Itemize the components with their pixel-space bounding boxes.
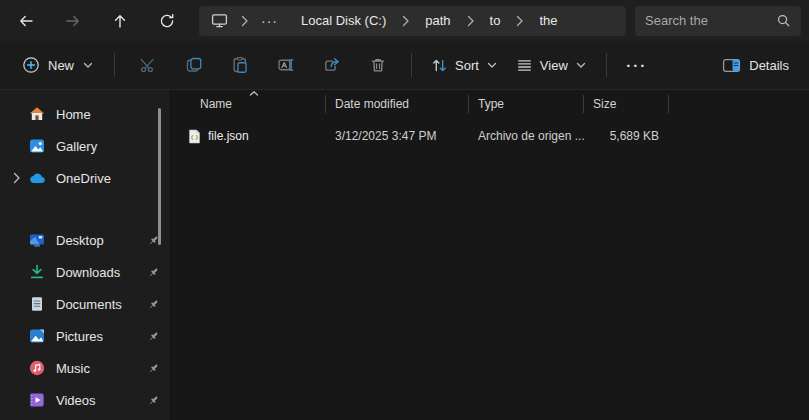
delete-button[interactable]	[355, 47, 401, 83]
music-icon	[28, 359, 46, 377]
breadcrumb-path[interactable]: path	[422, 12, 453, 29]
chevron-expand-icon[interactable]	[4, 172, 28, 184]
cut-button[interactable]	[125, 47, 171, 83]
onedrive-icon	[28, 169, 46, 187]
file-list-pane: Name Date modified Type Size	[171, 90, 809, 420]
address-bar[interactable]: ··· Local Disk (C:) path to the	[199, 6, 626, 36]
chevron-down-icon	[486, 59, 498, 71]
up-button[interactable]	[100, 4, 140, 38]
trash-icon	[369, 56, 387, 74]
pin-icon	[140, 394, 166, 407]
pictures-icon	[28, 327, 46, 345]
file-type: Archivo de origen ...	[469, 129, 584, 143]
videos-icon	[28, 391, 46, 409]
toolbar-separator	[411, 53, 412, 77]
sidebar-item-documents[interactable]: Documents	[4, 288, 166, 320]
collapsed-path-button[interactable]: ···	[261, 13, 278, 29]
share-icon	[323, 56, 341, 74]
desktop-icon	[28, 231, 46, 249]
pin-icon	[140, 330, 166, 343]
column-header-row: Name Date modified Type Size	[171, 90, 809, 118]
paste-button[interactable]	[217, 47, 263, 83]
command-bar: New	[0, 41, 809, 90]
arrow-left-icon	[18, 13, 34, 29]
chevron-right-icon	[515, 15, 524, 27]
gallery-icon	[28, 137, 46, 155]
documents-icon	[28, 295, 46, 313]
plus-circle-icon	[22, 56, 40, 74]
chevron-right-icon	[401, 15, 410, 27]
file-date-modified: 3/12/2025 3:47 PM	[326, 129, 469, 143]
copy-button[interactable]	[171, 47, 217, 83]
breadcrumb-to[interactable]: to	[487, 12, 504, 29]
sidebar-item-music[interactable]: Music	[4, 352, 166, 384]
sidebar-item-gallery[interactable]: Gallery	[4, 130, 166, 162]
chevron-down-icon	[82, 59, 94, 71]
navigation-pane: Home Gallery OneDrive	[0, 90, 171, 420]
sort-button[interactable]: Sort	[422, 47, 507, 83]
file-name: file.json	[208, 129, 249, 143]
sidebar-item-pictures[interactable]: Pictures	[4, 320, 166, 352]
column-header-date-modified[interactable]: Date modified	[326, 90, 469, 118]
copy-icon	[185, 56, 203, 74]
details-pane-icon	[722, 57, 741, 74]
arrow-right-icon	[65, 13, 81, 29]
navigation-bar: ··· Local Disk (C:) path to the	[0, 0, 809, 41]
pin-icon	[140, 298, 166, 311]
toolbar-separator	[114, 53, 115, 77]
sidebar-item-videos[interactable]: Videos	[4, 384, 166, 416]
more-options-button[interactable]: ···	[617, 47, 657, 83]
share-button[interactable]	[309, 47, 355, 83]
this-pc-icon	[211, 12, 228, 29]
pin-icon	[140, 362, 166, 375]
sidebar-group-gap	[0, 194, 170, 224]
search-box[interactable]	[635, 6, 801, 36]
scissors-icon	[139, 56, 157, 74]
chevron-right-icon	[466, 15, 475, 27]
sidebar-item-onedrive[interactable]: OneDrive	[4, 162, 166, 194]
sidebar-item-home[interactable]: Home	[4, 98, 166, 130]
sidebar-scrollbar-thumb[interactable]	[158, 108, 161, 245]
breadcrumb-the[interactable]: the	[536, 12, 560, 29]
new-button[interactable]: New	[12, 47, 104, 83]
window-body: Home Gallery OneDrive	[0, 90, 809, 420]
refresh-button[interactable]	[147, 4, 187, 38]
column-header-size[interactable]: Size	[584, 90, 669, 118]
details-pane-button[interactable]: Details	[716, 47, 795, 83]
toolbar-separator	[606, 53, 607, 77]
sort-icon	[431, 57, 448, 74]
search-icon	[776, 13, 791, 28]
rename-icon	[277, 56, 295, 74]
column-header-type[interactable]: Type	[469, 90, 584, 118]
sidebar-item-desktop[interactable]: Desktop	[4, 224, 166, 256]
file-explorer-window: ··· Local Disk (C:) path to the	[0, 0, 809, 420]
refresh-icon	[159, 13, 175, 29]
rename-button[interactable]	[263, 47, 309, 83]
view-button[interactable]: View	[507, 47, 596, 83]
back-button[interactable]	[6, 4, 46, 38]
sort-ascending-icon	[249, 90, 259, 97]
pin-icon	[140, 234, 166, 247]
table-row[interactable]: file.json 3/12/2025 3:47 PM Archivo de o…	[171, 122, 809, 150]
chevron-down-icon	[575, 59, 587, 71]
file-size: 5,689 KB	[584, 129, 669, 143]
pin-icon	[140, 266, 166, 279]
sidebar-item-downloads[interactable]: Downloads	[4, 256, 166, 288]
arrow-up-icon	[112, 13, 128, 29]
paste-icon	[231, 56, 249, 74]
home-icon	[28, 105, 46, 123]
view-list-icon	[516, 57, 533, 74]
search-input[interactable]	[645, 13, 776, 28]
json-file-icon	[188, 129, 201, 144]
column-header-name[interactable]: Name	[171, 90, 326, 118]
downloads-icon	[28, 263, 46, 281]
forward-button[interactable]	[53, 4, 93, 38]
chevron-right-icon	[240, 15, 249, 27]
breadcrumb-local-disk[interactable]: Local Disk (C:)	[298, 12, 389, 29]
